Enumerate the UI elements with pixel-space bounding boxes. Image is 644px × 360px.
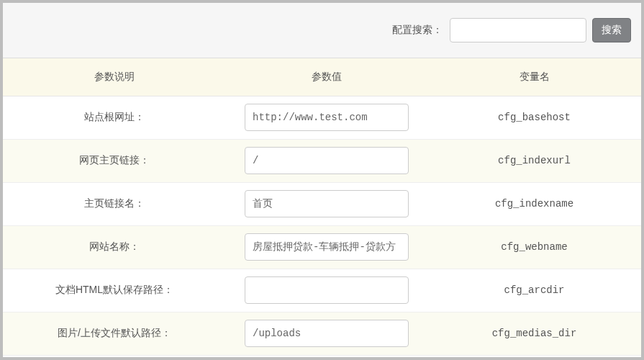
search-label: 配置搜索： — [392, 24, 443, 37]
param-desc: 文档HTML默认保存路径： — [3, 269, 226, 312]
param-var: cfg_basehost — [427, 96, 641, 139]
param-var: cfg_indexurl — [427, 139, 641, 182]
col-header-desc: 参数说明 — [3, 58, 226, 96]
search-button[interactable]: 搜索 — [592, 18, 631, 42]
param-var: cfg_arcdir — [427, 269, 641, 312]
param-var: cfg_webname — [427, 225, 641, 269]
param-value-input[interactable] — [245, 233, 409, 261]
param-value-input[interactable] — [245, 104, 409, 131]
param-value-input[interactable] — [245, 147, 409, 174]
table-row: 网站名称： cfg_webname — [3, 225, 641, 269]
table-row: 站点根网址： cfg_basehost — [3, 96, 641, 139]
table-row: 图片/上传文件默认路径： cfg_medias_dir — [3, 312, 641, 355]
param-var: cfg_medias_dir — [427, 312, 641, 355]
table-row: 文档HTML默认保存路径： cfg_arcdir — [3, 269, 641, 312]
col-header-var: 变量名 — [427, 58, 641, 96]
search-input[interactable] — [450, 18, 586, 42]
param-value-input[interactable] — [245, 320, 409, 347]
param-desc: 站点根网址： — [3, 96, 226, 139]
param-desc: 主页链接名： — [3, 182, 226, 225]
config-table: 参数说明 参数值 变量名 站点根网址： cfg_basehost 网页主页链接：… — [3, 58, 641, 356]
table-row: 网页主页链接： cfg_indexurl — [3, 139, 641, 182]
col-header-value: 参数值 — [226, 58, 427, 96]
table-header-row: 参数说明 参数值 变量名 — [3, 58, 641, 96]
param-value-input[interactable] — [245, 190, 409, 217]
param-desc: 图片/上传文件默认路径： — [3, 312, 226, 355]
table-row: 主页链接名： cfg_indexname — [3, 182, 641, 225]
param-var: cfg_indexname — [427, 182, 641, 225]
param-value-input[interactable] — [245, 276, 409, 304]
search-bar: 配置搜索： 搜索 — [3, 3, 641, 58]
param-desc: 网页主页链接： — [3, 139, 226, 182]
param-desc: 网站名称： — [3, 225, 226, 269]
